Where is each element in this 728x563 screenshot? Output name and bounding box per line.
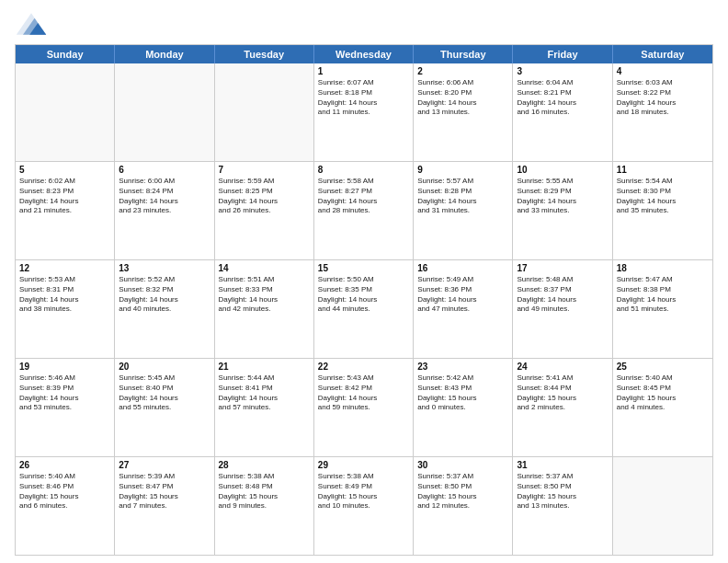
day-cell-6: 6Sunrise: 6:00 AM Sunset: 8:24 PM Daylig… — [115, 162, 214, 259]
day-cell-4: 4Sunrise: 6:03 AM Sunset: 8:22 PM Daylig… — [613, 63, 712, 161]
day-info: Sunrise: 5:45 AM Sunset: 8:40 PM Dayligh… — [119, 373, 210, 413]
day-cell-13: 13Sunrise: 5:52 AM Sunset: 8:32 PM Dayli… — [115, 260, 214, 358]
day-number: 8 — [318, 165, 409, 175]
day-number: 20 — [119, 362, 210, 372]
day-cell-22: 22Sunrise: 5:43 AM Sunset: 8:42 PM Dayli… — [314, 359, 414, 456]
day-number: 15 — [318, 263, 409, 273]
day-number: 1 — [318, 66, 409, 76]
empty-cell — [613, 457, 712, 555]
day-info: Sunrise: 5:43 AM Sunset: 8:42 PM Dayligh… — [318, 373, 409, 413]
day-info: Sunrise: 5:49 AM Sunset: 8:36 PM Dayligh… — [417, 275, 508, 315]
day-cell-26: 26Sunrise: 5:40 AM Sunset: 8:46 PM Dayli… — [16, 457, 115, 555]
header-day-tuesday: Tuesday — [215, 45, 314, 63]
day-cell-28: 28Sunrise: 5:38 AM Sunset: 8:48 PM Dayli… — [215, 457, 314, 555]
header-day-wednesday: Wednesday — [314, 45, 414, 63]
day-cell-23: 23Sunrise: 5:42 AM Sunset: 8:43 PM Dayli… — [414, 359, 513, 456]
day-cell-8: 8Sunrise: 5:58 AM Sunset: 8:27 PM Daylig… — [314, 162, 414, 259]
day-info: Sunrise: 5:57 AM Sunset: 8:28 PM Dayligh… — [417, 177, 508, 216]
week-row-5: 26Sunrise: 5:40 AM Sunset: 8:46 PM Dayli… — [16, 457, 712, 555]
day-cell-7: 7Sunrise: 5:59 AM Sunset: 8:25 PM Daylig… — [215, 162, 314, 259]
day-cell-12: 12Sunrise: 5:53 AM Sunset: 8:31 PM Dayli… — [16, 260, 115, 358]
day-number: 17 — [517, 263, 608, 273]
week-row-3: 12Sunrise: 5:53 AM Sunset: 8:31 PM Dayli… — [16, 260, 712, 359]
day-number: 13 — [119, 263, 210, 273]
day-info: Sunrise: 6:04 AM Sunset: 8:21 PM Dayligh… — [517, 78, 608, 118]
day-number: 10 — [517, 165, 608, 175]
calendar-body: 1Sunrise: 6:07 AM Sunset: 8:18 PM Daylig… — [16, 63, 712, 555]
day-info: Sunrise: 6:06 AM Sunset: 8:20 PM Dayligh… — [417, 78, 508, 118]
day-number: 11 — [617, 165, 709, 175]
day-number: 25 — [617, 362, 709, 372]
day-cell-19: 19Sunrise: 5:46 AM Sunset: 8:39 PM Dayli… — [16, 359, 115, 456]
day-info: Sunrise: 5:53 AM Sunset: 8:31 PM Dayligh… — [19, 275, 110, 315]
day-info: Sunrise: 5:59 AM Sunset: 8:25 PM Dayligh… — [219, 177, 310, 216]
day-cell-21: 21Sunrise: 5:44 AM Sunset: 8:41 PM Dayli… — [215, 359, 314, 456]
day-number: 28 — [219, 460, 310, 470]
day-cell-5: 5Sunrise: 6:02 AM Sunset: 8:23 PM Daylig… — [16, 162, 115, 259]
day-info: Sunrise: 5:40 AM Sunset: 8:45 PM Dayligh… — [617, 373, 709, 413]
day-cell-3: 3Sunrise: 6:04 AM Sunset: 8:21 PM Daylig… — [513, 63, 612, 161]
day-info: Sunrise: 6:07 AM Sunset: 8:18 PM Dayligh… — [318, 78, 409, 118]
day-cell-29: 29Sunrise: 5:38 AM Sunset: 8:49 PM Dayli… — [314, 457, 414, 555]
day-cell-18: 18Sunrise: 5:47 AM Sunset: 8:38 PM Dayli… — [613, 260, 712, 358]
day-number: 7 — [219, 165, 310, 175]
day-info: Sunrise: 5:38 AM Sunset: 8:48 PM Dayligh… — [219, 472, 310, 511]
day-info: Sunrise: 6:02 AM Sunset: 8:23 PM Dayligh… — [19, 177, 110, 216]
header-day-sunday: Sunday — [16, 45, 115, 63]
day-number: 24 — [517, 362, 608, 372]
day-info: Sunrise: 5:51 AM Sunset: 8:33 PM Dayligh… — [219, 275, 310, 315]
day-number: 21 — [219, 362, 310, 372]
week-row-4: 19Sunrise: 5:46 AM Sunset: 8:39 PM Dayli… — [16, 359, 712, 457]
day-cell-15: 15Sunrise: 5:50 AM Sunset: 8:35 PM Dayli… — [314, 260, 414, 358]
week-row-2: 5Sunrise: 6:02 AM Sunset: 8:23 PM Daylig… — [16, 162, 712, 260]
day-cell-25: 25Sunrise: 5:40 AM Sunset: 8:45 PM Dayli… — [613, 359, 712, 456]
day-number: 18 — [617, 263, 709, 273]
header-day-thursday: Thursday — [414, 45, 513, 63]
day-info: Sunrise: 5:39 AM Sunset: 8:47 PM Dayligh… — [119, 472, 210, 511]
header-day-monday: Monday — [115, 45, 214, 63]
day-cell-11: 11Sunrise: 5:54 AM Sunset: 8:30 PM Dayli… — [613, 162, 712, 259]
day-info: Sunrise: 5:55 AM Sunset: 8:29 PM Dayligh… — [517, 177, 608, 216]
empty-cell — [215, 63, 314, 161]
header — [15, 11, 713, 37]
day-info: Sunrise: 5:58 AM Sunset: 8:27 PM Dayligh… — [318, 177, 409, 216]
day-info: Sunrise: 5:37 AM Sunset: 8:50 PM Dayligh… — [417, 472, 508, 511]
day-cell-2: 2Sunrise: 6:06 AM Sunset: 8:20 PM Daylig… — [414, 63, 513, 161]
day-info: Sunrise: 5:48 AM Sunset: 8:37 PM Dayligh… — [517, 275, 608, 315]
day-cell-20: 20Sunrise: 5:45 AM Sunset: 8:40 PM Dayli… — [115, 359, 214, 456]
day-info: Sunrise: 5:42 AM Sunset: 8:43 PM Dayligh… — [417, 373, 508, 413]
week-row-1: 1Sunrise: 6:07 AM Sunset: 8:18 PM Daylig… — [16, 63, 712, 162]
day-number: 9 — [417, 165, 508, 175]
day-info: Sunrise: 5:41 AM Sunset: 8:44 PM Dayligh… — [517, 373, 608, 413]
day-cell-14: 14Sunrise: 5:51 AM Sunset: 8:33 PM Dayli… — [215, 260, 314, 358]
day-cell-24: 24Sunrise: 5:41 AM Sunset: 8:44 PM Dayli… — [513, 359, 612, 456]
day-number: 19 — [19, 362, 110, 372]
day-info: Sunrise: 5:37 AM Sunset: 8:50 PM Dayligh… — [517, 472, 608, 511]
day-number: 12 — [19, 263, 110, 273]
day-info: Sunrise: 5:52 AM Sunset: 8:32 PM Dayligh… — [119, 275, 210, 315]
day-number: 23 — [417, 362, 508, 372]
logo — [15, 11, 51, 37]
day-number: 3 — [517, 66, 608, 76]
day-cell-16: 16Sunrise: 5:49 AM Sunset: 8:36 PM Dayli… — [414, 260, 513, 358]
day-number: 27 — [119, 460, 210, 470]
day-info: Sunrise: 5:44 AM Sunset: 8:41 PM Dayligh… — [219, 373, 310, 413]
day-cell-27: 27Sunrise: 5:39 AM Sunset: 8:47 PM Dayli… — [115, 457, 214, 555]
day-cell-10: 10Sunrise: 5:55 AM Sunset: 8:29 PM Dayli… — [513, 162, 612, 259]
day-info: Sunrise: 5:40 AM Sunset: 8:46 PM Dayligh… — [19, 472, 110, 511]
day-number: 16 — [417, 263, 508, 273]
day-info: Sunrise: 5:46 AM Sunset: 8:39 PM Dayligh… — [19, 373, 110, 413]
empty-cell — [115, 63, 214, 161]
day-number: 14 — [219, 263, 310, 273]
day-number: 2 — [417, 66, 508, 76]
day-number: 5 — [19, 165, 110, 175]
day-cell-1: 1Sunrise: 6:07 AM Sunset: 8:18 PM Daylig… — [314, 63, 414, 161]
day-info: Sunrise: 6:00 AM Sunset: 8:24 PM Dayligh… — [119, 177, 210, 216]
header-day-saturday: Saturday — [613, 45, 712, 63]
day-number: 6 — [119, 165, 210, 175]
day-number: 22 — [318, 362, 409, 372]
day-cell-31: 31Sunrise: 5:37 AM Sunset: 8:50 PM Dayli… — [513, 457, 612, 555]
page: SundayMondayTuesdayWednesdayThursdayFrid… — [0, 0, 728, 563]
day-cell-30: 30Sunrise: 5:37 AM Sunset: 8:50 PM Dayli… — [414, 457, 513, 555]
day-number: 26 — [19, 460, 110, 470]
